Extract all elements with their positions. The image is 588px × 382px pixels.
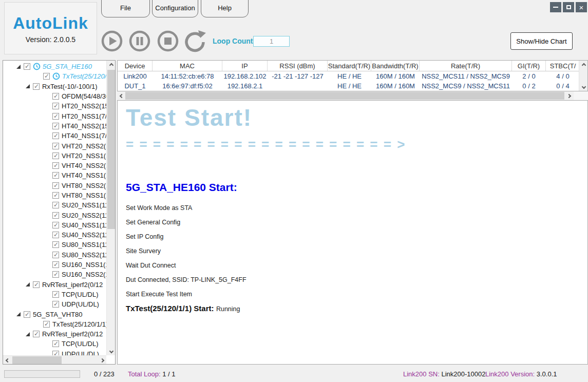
checkbox-checked-icon[interactable] bbox=[52, 93, 59, 100]
checkbox-checked-icon[interactable] bbox=[52, 182, 59, 189]
tree-item[interactable]: VHT40_NSS1(11/ bbox=[3, 170, 106, 180]
pause-icon bbox=[128, 30, 151, 52]
tree-hscroll-thumb[interactable] bbox=[12, 356, 62, 364]
stop-button[interactable] bbox=[157, 30, 179, 52]
tree-item[interactable]: UDP(UL/DL) bbox=[3, 349, 106, 355]
tree-item[interactable]: TCP(UL/DL) bbox=[3, 339, 106, 349]
tree-expander-icon[interactable] bbox=[26, 84, 30, 88]
table-row[interactable]: DUT_116:6e:97:df:f5:02192.168.2.1HE / HE… bbox=[118, 81, 587, 91]
checkbox-checked-icon[interactable] bbox=[52, 123, 59, 129]
tree-item[interactable]: SU40_NSS2(11/1 bbox=[3, 230, 106, 240]
menu-file[interactable]: File bbox=[101, 0, 150, 17]
maximize-button[interactable] bbox=[563, 2, 574, 12]
checkbox-checked-icon[interactable] bbox=[33, 331, 40, 337]
tree-item[interactable]: VHT40_NSS2(11/ bbox=[3, 161, 106, 170]
close-button[interactable]: × bbox=[576, 2, 587, 12]
tree-expander-icon[interactable] bbox=[16, 312, 21, 316]
menu-help[interactable]: Help bbox=[201, 0, 249, 17]
table-hscroll-thumb[interactable] bbox=[125, 92, 564, 100]
loop-count-input[interactable] bbox=[253, 36, 290, 47]
tree-item[interactable]: HT20_NSS1(7/6/ bbox=[3, 111, 106, 121]
checkbox-checked-icon[interactable] bbox=[52, 232, 59, 238]
checkbox-checked-icon[interactable] bbox=[52, 103, 59, 109]
tree-expander-icon[interactable] bbox=[26, 332, 30, 336]
checkbox-checked-icon[interactable] bbox=[52, 351, 59, 355]
tree-item-label: VHT80_NSS2(11/ bbox=[62, 182, 106, 189]
tree-item[interactable]: RvRTest_iperf2(0/12 bbox=[3, 329, 106, 339]
show-hide-chart-button[interactable]: Show/Hide Chart bbox=[510, 32, 573, 50]
tree-item[interactable]: SU80_NSS2(11/1 bbox=[3, 250, 106, 260]
tree-item[interactable]: SU160_NSS1(11/ bbox=[3, 260, 106, 270]
tree-item[interactable]: OFDM(54/48/36, bbox=[3, 91, 106, 101]
checkbox-checked-icon[interactable] bbox=[52, 271, 59, 278]
scroll-down-icon[interactable] bbox=[107, 347, 116, 355]
tree-horizontal-scrollbar[interactable] bbox=[3, 355, 106, 364]
tree-item[interactable]: HT40_NSS2(15/1 bbox=[3, 121, 106, 131]
checkbox-checked-icon[interactable] bbox=[52, 202, 59, 208]
checkbox-checked-icon[interactable] bbox=[52, 143, 59, 149]
tree-item[interactable]: SU80_NSS1(11/1 bbox=[3, 240, 106, 250]
tree-expander-icon[interactable] bbox=[26, 282, 30, 286]
scroll-up-icon[interactable] bbox=[107, 61, 116, 69]
play-button[interactable] bbox=[101, 30, 123, 52]
scroll-right-icon[interactable] bbox=[564, 91, 573, 100]
tree-item[interactable]: TxTest(25/120/1/1) bbox=[3, 319, 106, 329]
checkbox-checked-icon[interactable] bbox=[52, 113, 59, 120]
table-row[interactable]: Link20014:11:52:cb:e6:78192.168.2.102-21… bbox=[118, 71, 587, 81]
scroll-right-icon[interactable] bbox=[98, 356, 106, 365]
tree-item[interactable]: VHT80_NSS1(11/ bbox=[3, 190, 106, 200]
table-cell: 16:6e:97:df:f5:02 bbox=[153, 81, 222, 91]
checkbox-checked-icon[interactable] bbox=[43, 73, 50, 80]
menu-configuration[interactable]: Configuration bbox=[152, 0, 198, 17]
checkbox-checked-icon[interactable] bbox=[52, 252, 59, 258]
checkbox-checked-icon[interactable] bbox=[43, 321, 50, 328]
tree-item[interactable]: SU20_NSS1(11/1 bbox=[3, 200, 106, 210]
tree-item[interactable]: TCP(UL/DL) bbox=[3, 290, 106, 299]
tree-item[interactable]: HT40_NSS1(7/6/ bbox=[3, 131, 106, 141]
tree-item[interactable]: SU160_NSS2(11/ bbox=[3, 270, 106, 279]
tree-item[interactable]: TxTest(25/120/1/ bbox=[3, 71, 106, 81]
checkbox-checked-icon[interactable] bbox=[52, 162, 59, 169]
checkbox-checked-icon[interactable] bbox=[52, 291, 59, 298]
tree-item[interactable]: HT20_NSS2(15/1 bbox=[3, 101, 106, 111]
tree-item[interactable]: SU20_NSS2(11/1 bbox=[3, 210, 106, 220]
tree-vscroll-thumb[interactable] bbox=[107, 70, 115, 229]
checkbox-checked-icon[interactable] bbox=[52, 152, 59, 159]
tree-item[interactable]: VHT20_NSS1(11/ bbox=[3, 151, 106, 161]
tree-item[interactable]: UDP(UL/DL) bbox=[3, 299, 106, 309]
tree-item[interactable]: VHT20_NSS2(11, bbox=[3, 141, 106, 150]
tree-expander-icon[interactable] bbox=[16, 65, 21, 69]
checkbox-checked-icon[interactable] bbox=[52, 222, 59, 228]
scroll-down-icon[interactable] bbox=[579, 82, 588, 91]
table-horizontal-scrollbar[interactable] bbox=[117, 91, 588, 100]
checkbox-checked-icon[interactable] bbox=[33, 281, 40, 288]
tree-item[interactable]: RxTest(-10/-100/1) bbox=[3, 82, 106, 91]
tree-item[interactable]: 5G_STA_HE160 bbox=[3, 62, 106, 71]
minimize-button[interactable] bbox=[550, 2, 561, 12]
checkbox-checked-icon[interactable] bbox=[52, 172, 59, 179]
checkbox-checked-icon[interactable] bbox=[52, 340, 59, 347]
tree-item-label: TxTest(25/120/1/1) bbox=[52, 320, 106, 328]
pause-button[interactable] bbox=[128, 30, 151, 52]
maximize-icon bbox=[566, 5, 571, 9]
tree-item[interactable]: SU40_NSS1(11/1 bbox=[3, 220, 106, 230]
tree-vertical-scrollbar[interactable] bbox=[106, 61, 115, 355]
stop-icon bbox=[157, 30, 179, 52]
scroll-up-icon[interactable] bbox=[579, 61, 588, 69]
table-vertical-scrollbar[interactable] bbox=[579, 61, 587, 91]
checkbox-checked-icon[interactable] bbox=[52, 301, 59, 308]
checkbox-checked-icon[interactable] bbox=[52, 241, 59, 248]
scroll-left-icon[interactable] bbox=[3, 356, 12, 365]
checkbox-checked-icon[interactable] bbox=[24, 63, 30, 70]
checkbox-checked-icon[interactable] bbox=[52, 212, 59, 219]
refresh-button[interactable] bbox=[184, 30, 206, 52]
checkbox-checked-icon[interactable] bbox=[52, 132, 59, 139]
tree-item[interactable]: RvRTest_iperf2(0/12 bbox=[3, 280, 106, 290]
checkbox-checked-icon[interactable] bbox=[33, 83, 40, 90]
tree-item[interactable]: VHT80_NSS2(11/ bbox=[3, 181, 106, 190]
tree-item[interactable]: 5G_STA_VHT80 bbox=[3, 309, 106, 319]
checkbox-checked-icon[interactable] bbox=[52, 192, 59, 199]
checkbox-checked-icon[interactable] bbox=[24, 311, 30, 318]
scroll-left-icon[interactable] bbox=[117, 91, 126, 100]
checkbox-checked-icon[interactable] bbox=[52, 261, 59, 268]
